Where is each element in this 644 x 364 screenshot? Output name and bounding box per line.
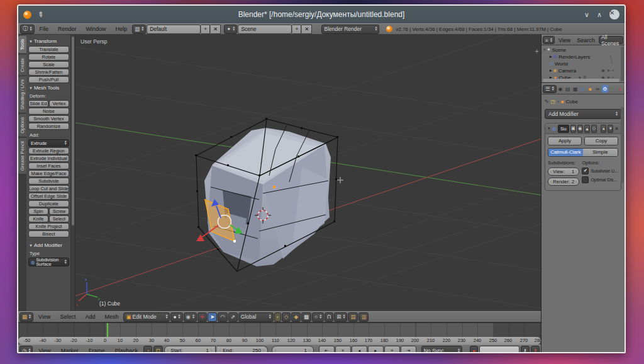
knife-project-button[interactable]: Knife Project [28, 223, 69, 230]
tab-options[interactable]: Options [18, 114, 26, 137]
tl-menu-view[interactable]: View [34, 348, 55, 354]
tab-shading-uvs[interactable]: Shading / UVs [18, 76, 26, 113]
modifier-move-down-button[interactable]: ▾ [608, 125, 613, 133]
tl-menu-playback[interactable]: Playback [111, 348, 143, 354]
lock-frame-toggle[interactable]: ⊡ [153, 346, 163, 353]
outliner-item-world[interactable]: ◎ World [550, 60, 568, 67]
proportional-edit-dropdown[interactable]: ○▴▾ [312, 312, 324, 322]
vp-menu-view[interactable]: View [34, 314, 55, 320]
extrude-dropdown[interactable]: Extrude▴▾ [28, 139, 69, 147]
maximize-icon[interactable]: ∧ [597, 11, 602, 18]
randomize-button[interactable]: Randomize [28, 123, 69, 130]
edge-select-toggle[interactable]: ◇ [282, 312, 291, 322]
pivot-dropdown[interactable]: ◉▴▾ [184, 312, 197, 322]
timeline-scrollbar[interactable]: -50 -40 -30 -20 -10 0 10 20 30 40 50 60 … [18, 337, 541, 344]
menu-render[interactable]: Render [53, 26, 81, 32]
editor-type-dropdown[interactable]: ⓘ▴▾ [20, 25, 35, 34]
scale-manipulator-toggle[interactable]: ⇗ [228, 312, 238, 322]
vp-menu-select[interactable]: Select [55, 314, 80, 320]
restrict-render-icon[interactable]: ▪ [612, 68, 613, 73]
modifier-render-toggle[interactable]: ▣ [570, 125, 576, 133]
jump-to-end-button[interactable]: ⇥ [401, 346, 416, 353]
tab-object-data[interactable]: ▽ [609, 85, 616, 93]
transform-panel-header[interactable]: ▼Transform [29, 38, 69, 44]
properties-editor-dropdown[interactable]: ☰▴▾ [543, 85, 557, 93]
slide-edge-button[interactable]: Slide Ed [28, 100, 48, 107]
extrude-individual-button[interactable]: Extrude Individual [28, 155, 69, 162]
modifier-view-toggle[interactable]: ◉ [577, 125, 583, 133]
face-select-toggle[interactable]: ◆ [291, 312, 301, 322]
outliner-item-renderlayers[interactable]: ▸ ▤ RenderLayers | | [550, 54, 590, 60]
delete-layout-button[interactable]: ✕ [211, 25, 221, 34]
menu-help[interactable]: Help [111, 26, 132, 32]
offset-edge-slide-button[interactable]: Offset Edge Slide [28, 193, 69, 200]
screw-button[interactable]: Screw [49, 208, 69, 215]
modifier-type-dropdown[interactable]: ◍Subdivision Surface▴▾ [28, 258, 69, 266]
tool-shelf-scrollbar[interactable] [70, 35, 75, 311]
inset-faces-button[interactable]: Inset Faces [28, 162, 69, 169]
knife-button[interactable]: Knife [28, 215, 48, 222]
timeline-editor-dropdown[interactable]: ◷▴▾ [19, 346, 33, 353]
tab-tools[interactable]: Tools [18, 36, 26, 54]
expand-dot-icon[interactable]: ▸ [550, 68, 552, 73]
snap-element-dropdown[interactable]: ⊞▴▾ [334, 312, 347, 322]
outliner-h-scrollbar[interactable] [543, 79, 619, 82]
minimize-icon[interactable]: ∨ [584, 11, 589, 18]
play-button[interactable]: ▸ [368, 346, 384, 353]
viewport-3d[interactable]: y z x User Persp (1) Cube + [75, 35, 541, 311]
outliner-menu-search[interactable]: Search [574, 37, 597, 43]
expand-modifier-icon[interactable]: ▼ [547, 127, 551, 130]
add-layout-button[interactable]: + [201, 25, 210, 34]
push-pull-button[interactable]: Push/Pull [28, 76, 69, 83]
rotate-manipulator-toggle[interactable]: ◠ [218, 312, 227, 322]
make-edge-face-button[interactable]: Make Edge/Face [28, 170, 69, 177]
add-scene-button[interactable]: + [292, 25, 301, 34]
tab-material[interactable]: ● [616, 85, 623, 93]
sync-dropdown[interactable]: No Sync▴▾ [421, 346, 462, 353]
delete-scene-button[interactable]: ✕ [302, 25, 312, 34]
menu-window[interactable]: Window [82, 26, 111, 32]
selected-vertex-dot[interactable] [273, 186, 275, 188]
next-keyframe-button[interactable]: » [384, 346, 400, 353]
delete-modifier-icon[interactable]: ✕ [614, 126, 619, 132]
outliner-filter-dropdown[interactable]: All Scenes [599, 36, 623, 44]
scene-field[interactable]: Scene [238, 25, 292, 34]
translate-button[interactable]: Translate [28, 46, 69, 53]
end-frame-field[interactable]: ‹End:250› [217, 346, 268, 353]
close-icon[interactable]: ✕ [609, 9, 619, 20]
axis-x-arrow[interactable] [196, 234, 204, 241]
timeline-ruler[interactable]: -50 -40 -30 -20 -10 0 10 20 30 40 50 60 … [18, 322, 541, 344]
add-modifier-dropdown[interactable]: Add Modifier ▴▾ [545, 109, 621, 119]
extrude-region-button[interactable]: Extrude Region [28, 147, 69, 154]
outliner-v-scrollbar[interactable] [621, 47, 624, 81]
tl-menu-marker[interactable]: Marker [57, 348, 83, 354]
tab-world[interactable]: ◎ [579, 85, 586, 93]
duplicate-button[interactable]: Duplicate [28, 200, 69, 207]
tab-render[interactable]: ◉ [557, 85, 564, 93]
slide-vertex-button[interactable]: Vertex [49, 100, 69, 107]
open-sidebar-plus-icon[interactable]: + [535, 47, 539, 55]
bisect-button[interactable]: Bisect [28, 230, 69, 237]
vertex-select-toggle[interactable]: ▫ [274, 312, 281, 322]
orientation-dropdown[interactable]: Global▴▾ [238, 312, 274, 322]
catmull-clark-toggle[interactable]: Catmull-Clark [548, 149, 583, 156]
current-frame-field[interactable]: ‹1› [272, 346, 314, 353]
tab-modifiers[interactable]: ⚙ [602, 85, 609, 93]
menu-file[interactable]: File [35, 26, 53, 32]
spin-button[interactable]: Spin [28, 208, 48, 215]
pin-icon[interactable]: ✎ [36, 9, 45, 20]
keying-set-field[interactable] [479, 346, 519, 353]
outliner-item-camera[interactable]: ▸ ◉ Camera ◉➤▪ [550, 67, 576, 74]
render-subdivisions-stepper[interactable]: ‹Render:2› [548, 178, 579, 186]
vp-menu-add[interactable]: Add [80, 314, 99, 320]
loop-cut-button[interactable]: Loop Cut and Slide [28, 185, 69, 192]
rotate-button[interactable]: Rotate [28, 54, 69, 60]
opengl-render-anim-button[interactable]: ▥ [358, 312, 369, 322]
optimal-display-checkbox[interactable]: ✔ [582, 176, 589, 183]
outliner-editor-dropdown[interactable]: ≡▴▾ [543, 36, 555, 44]
smooth-vertex-button[interactable]: Smooth Vertex [28, 115, 69, 122]
limit-selection-toggle[interactable]: ▩ [301, 312, 311, 322]
snap-toggle[interactable]: U [325, 312, 333, 322]
outliner-item-scene[interactable]: ▿ ✦ Scene [543, 47, 566, 53]
modifier-name-field[interactable]: Su [558, 125, 569, 133]
